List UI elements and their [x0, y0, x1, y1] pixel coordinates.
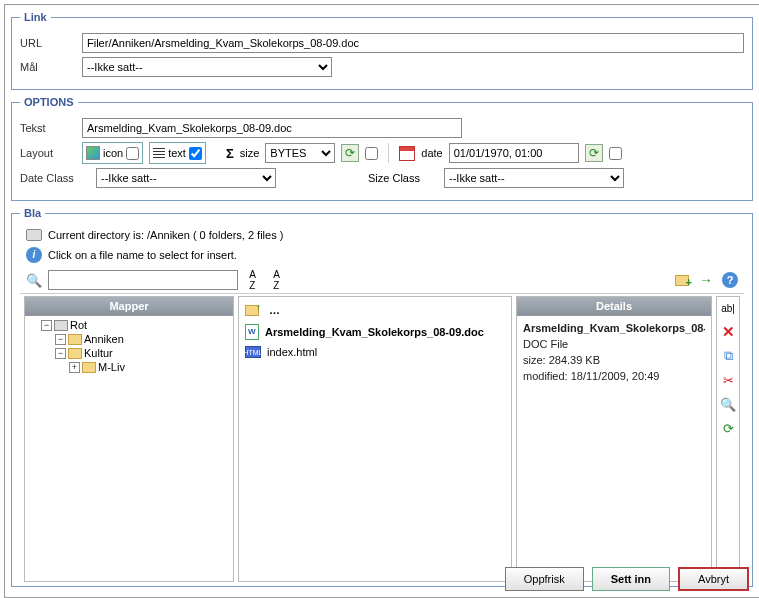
tree-kultur[interactable]: − Kultur [55, 346, 231, 360]
url-input[interactable] [82, 33, 744, 53]
folder-up-icon [245, 305, 259, 316]
parent-dir-row[interactable]: … [241, 299, 509, 321]
cut-button[interactable]: ✂ [719, 371, 737, 389]
date-option-label: date [421, 147, 442, 159]
current-dir-row: Current directory is: /Anniken ( 0 folde… [20, 227, 744, 243]
date-class-label: Date Class [20, 172, 90, 184]
tree-anniken[interactable]: − Anniken [55, 332, 231, 346]
date-refresh-button[interactable]: ⟳ [585, 144, 603, 162]
details-modified: modified: 18/11/2009, 20:49 [523, 368, 705, 384]
text-option-label: text [168, 147, 186, 159]
size-option-label: size [240, 147, 260, 159]
date-class-select[interactable]: --Ikke satt-- [96, 168, 276, 188]
file-row[interactable]: Arsmelding_Kvam_Skolekorps_08-09.doc [241, 321, 509, 343]
options-legend: OPTIONS [20, 96, 78, 108]
rename-button[interactable]: ab| [719, 299, 737, 317]
details-panel: Details Arsmelding_Kvam_Skolekorps_08-09… [516, 296, 712, 582]
refresh-icon: ⟳ [345, 146, 355, 160]
tree-root[interactable]: − Rot [41, 318, 231, 332]
bla-legend: Bla [20, 207, 45, 219]
options-fieldset: OPTIONS Tekst Layout icon text Σ size BY… [11, 96, 753, 201]
file-row[interactable]: HTML index.html [241, 343, 509, 361]
html-file-icon: HTML [245, 346, 261, 358]
tekst-label: Tekst [20, 122, 76, 134]
size-unit-select[interactable]: BYTES [265, 143, 335, 163]
drive-icon [54, 320, 68, 331]
icon-option-group: icon [82, 142, 143, 164]
details-header: Details [517, 297, 711, 316]
text-lines-icon [153, 148, 165, 158]
help-button[interactable]: ? [720, 270, 740, 290]
hint-text: Click on a file name to select for inser… [48, 249, 237, 261]
size-class-label: Size Class [368, 172, 438, 184]
hint-row: i Click on a file name to select for ins… [20, 245, 744, 265]
file-name: index.html [267, 346, 317, 358]
folder-icon [68, 334, 82, 345]
bla-fieldset: Bla Current directory is: /Anniken ( 0 f… [11, 207, 753, 587]
text-checkbox[interactable] [189, 147, 202, 160]
layout-label: Layout [20, 147, 76, 159]
size-class-select[interactable]: --Ikke satt-- [444, 168, 624, 188]
info-icon: i [26, 247, 42, 263]
cancel-button[interactable]: Avbryt [678, 567, 749, 591]
collapse-icon[interactable]: − [55, 334, 66, 345]
files-panel: … Arsmelding_Kvam_Skolekorps_08-09.doc H… [238, 296, 512, 582]
folder-icon [82, 362, 96, 373]
search-icon[interactable]: 🔍 [24, 270, 44, 290]
size-refresh-button[interactable]: ⟳ [341, 144, 359, 162]
new-folder-button[interactable]: + [672, 270, 692, 290]
mal-select[interactable]: --Ikke satt-- [82, 57, 332, 77]
browser-toolbar: 🔍 AZ AZ + → ? [20, 267, 744, 294]
text-option-group: text [149, 142, 206, 164]
insert-button[interactable]: Sett inn [592, 567, 670, 591]
details-filesize: size: 284.39 KB [523, 352, 705, 368]
calendar-icon [399, 146, 415, 161]
refresh-icon: ⟳ [589, 146, 599, 160]
delete-button[interactable]: ✕ [719, 323, 737, 341]
collapse-icon[interactable]: − [55, 348, 66, 359]
expand-icon[interactable]: + [69, 362, 80, 373]
folders-header: Mapper [25, 297, 233, 316]
tree-mliv[interactable]: + M-Liv [69, 360, 231, 374]
date-checkbox[interactable] [609, 147, 622, 160]
link-fieldset: Link URL Mål --Ikke satt-- [11, 11, 753, 90]
icon-option-label: icon [103, 147, 123, 159]
up-dots: … [265, 302, 284, 318]
upload-button[interactable]: → [696, 270, 716, 290]
dialog-footer: Oppfrisk Sett inn Avbryt [505, 567, 749, 591]
collapse-icon[interactable]: − [41, 320, 52, 331]
image-icon [86, 146, 100, 160]
file-actions-toolbar: ab| ✕ ⧉ ✂ 🔍 ⟳ [716, 296, 740, 582]
reload-button[interactable]: ⟳ [719, 419, 737, 437]
copy-button[interactable]: ⧉ [719, 347, 737, 365]
details-filetype: DOC File [523, 336, 705, 352]
sort-folders-az-button[interactable]: AZ [242, 270, 262, 290]
refresh-button[interactable]: Oppfrisk [505, 567, 584, 591]
mal-label: Mål [20, 61, 76, 73]
date-input[interactable] [449, 143, 579, 163]
doc-file-icon [245, 324, 259, 340]
url-label: URL [20, 37, 76, 49]
zoom-button[interactable]: 🔍 [719, 395, 737, 413]
file-name: Arsmelding_Kvam_Skolekorps_08-09.doc [265, 326, 484, 338]
drive-icon [26, 229, 42, 241]
current-dir-text: Current directory is: /Anniken ( 0 folde… [48, 229, 283, 241]
link-legend: Link [20, 11, 51, 23]
details-filename: Arsmelding_Kvam_Skolekorps_08-09.doc [523, 320, 705, 336]
folder-icon [68, 348, 82, 359]
sigma-icon: Σ [226, 146, 234, 161]
search-input[interactable] [48, 270, 238, 290]
icon-checkbox[interactable] [126, 147, 139, 160]
sort-files-az-button[interactable]: AZ [266, 270, 286, 290]
tekst-input[interactable] [82, 118, 462, 138]
folders-panel: Mapper − Rot − Anniken [24, 296, 234, 582]
size-checkbox[interactable] [365, 147, 378, 160]
